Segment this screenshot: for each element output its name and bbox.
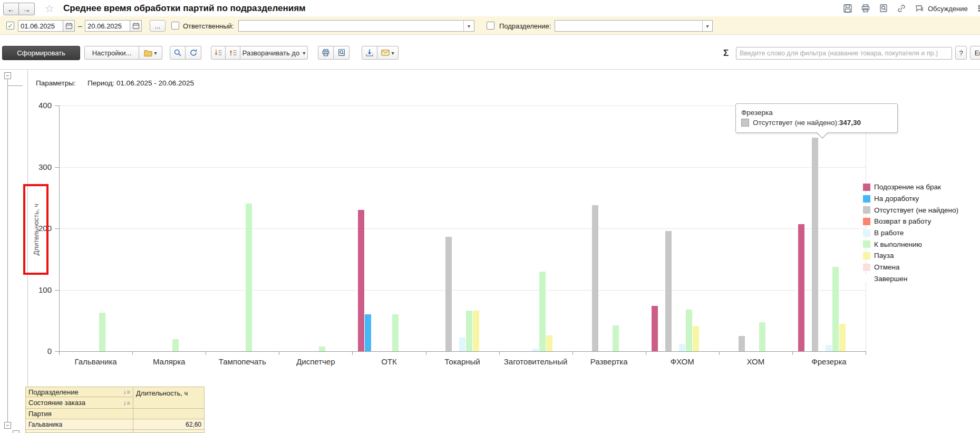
- bar[interactable]: [319, 347, 325, 351]
- legend-swatch: [863, 252, 870, 259]
- x-category-label: Фрезерка: [792, 357, 866, 366]
- legend-swatch: [863, 240, 870, 248]
- bar[interactable]: [693, 326, 699, 351]
- bar[interactable]: [826, 345, 832, 351]
- sort-icon[interactable]: ↓: [123, 399, 127, 407]
- bar[interactable]: [246, 204, 252, 351]
- legend-swatch: [863, 184, 870, 191]
- x-category-label: Диспетчер: [279, 357, 352, 366]
- legend-swatch: [863, 195, 870, 203]
- legend-swatch: [863, 275, 870, 282]
- bar[interactable]: [739, 336, 745, 351]
- bar[interactable]: [473, 311, 479, 351]
- table-header-batch[interactable]: Партия: [25, 409, 133, 419]
- bar[interactable]: [832, 267, 839, 351]
- x-axis-tick: [573, 351, 573, 355]
- legend-item: На доработку: [863, 193, 958, 205]
- legend-item: Завершен: [863, 273, 958, 285]
- bar[interactable]: [679, 344, 685, 351]
- sort-lines-icon: ≡: [127, 389, 130, 395]
- table-header-label: Длительность, ч: [136, 389, 188, 397]
- table-header-duration[interactable]: Длительность, ч: [133, 387, 205, 409]
- legend-swatch: [863, 206, 870, 214]
- gridline: [59, 290, 866, 291]
- legend-label: Пауза: [874, 252, 894, 259]
- bar[interactable]: [665, 231, 672, 351]
- x-axis-tick: [59, 351, 60, 355]
- bar[interactable]: [466, 311, 472, 351]
- tooltip-caret: [817, 132, 828, 138]
- x-axis-tick: [206, 351, 206, 355]
- bar[interactable]: [532, 349, 539, 351]
- tooltip-category: Фрезерка: [741, 108, 892, 118]
- table-header-department[interactable]: Подразделение ↓≡: [25, 387, 133, 397]
- x-axis-tick: [279, 351, 279, 355]
- bar[interactable]: [365, 314, 371, 351]
- table-header-label: Подразделение: [28, 388, 123, 396]
- y-axis-tick-label: 300: [27, 162, 52, 171]
- legend-label: Отсутствует (не найдено): [874, 206, 958, 214]
- y-axis-tick: [55, 167, 59, 168]
- bar[interactable]: [392, 314, 399, 351]
- y-axis-tick-label: 400: [27, 101, 52, 110]
- bar[interactable]: [546, 335, 552, 351]
- legend-label: К выполнению: [874, 240, 922, 248]
- table-header-label: Партия: [28, 410, 130, 418]
- legend-item: Отмена: [863, 262, 958, 273]
- sort-lines-icon: ≡: [127, 400, 130, 406]
- y-axis-tick: [55, 228, 59, 229]
- bar[interactable]: [798, 224, 804, 351]
- x-category-label: ОТК: [352, 357, 425, 366]
- y-axis-line: [59, 105, 60, 351]
- sort-icon[interactable]: ↓: [123, 388, 127, 396]
- bar[interactable]: [99, 313, 105, 351]
- legend-item: Пауза: [863, 250, 958, 262]
- legend-item: Возврат в работу: [863, 216, 958, 227]
- x-category-label: Малярка: [132, 357, 206, 366]
- legend-item: К выполнению: [863, 238, 958, 250]
- x-axis-tick: [646, 351, 646, 355]
- bar[interactable]: [445, 237, 452, 351]
- table-row-partial: [25, 430, 133, 433]
- chart-tooltip: Фрезерка Отсутствует (не найдено): 347,3…: [735, 103, 898, 133]
- legend-swatch: [863, 264, 870, 271]
- x-axis-tick: [792, 351, 793, 355]
- bar[interactable]: [686, 310, 692, 351]
- bar[interactable]: [652, 306, 658, 351]
- y-axis-tick: [55, 290, 59, 291]
- y-axis-title-text: Длительность, ч: [32, 204, 40, 255]
- table-row-name[interactable]: Гальваника: [25, 419, 133, 430]
- bar[interactable]: [358, 210, 364, 351]
- table-header-label: Состояние заказа: [28, 399, 123, 407]
- table-cell-label: Гальваника: [28, 421, 62, 428]
- x-category-label: Гальваника: [59, 357, 132, 366]
- x-category-label: Токарный: [426, 357, 499, 366]
- bar[interactable]: [613, 325, 619, 351]
- chart-legend: Подозрение на бракНа доработкуОтсутствуе…: [863, 181, 958, 284]
- x-category-label: Развертка: [573, 357, 646, 366]
- y-axis-tick: [55, 351, 59, 352]
- legend-item: В работе: [863, 227, 958, 239]
- x-axis-tick: [132, 351, 133, 355]
- bar[interactable]: [539, 272, 546, 352]
- y-axis-tick: [55, 105, 59, 106]
- x-axis-tick: [499, 351, 500, 355]
- legend-label: Отмена: [874, 263, 899, 271]
- bar[interactable]: [459, 338, 465, 351]
- table-row-value[interactable]: 62,60: [133, 419, 205, 430]
- bar[interactable]: [592, 205, 598, 351]
- table-header-order-state[interactable]: Состояние заказа ↓≡: [25, 397, 133, 409]
- bar[interactable]: [839, 324, 846, 351]
- bar[interactable]: [812, 138, 818, 351]
- legend-label: На доработку: [874, 195, 919, 203]
- x-category-label: Тампопечать: [206, 357, 279, 366]
- legend-item: Подозрение на брак: [863, 181, 958, 193]
- legend-swatch: [863, 229, 870, 237]
- bar[interactable]: [759, 322, 765, 351]
- x-category-label: Заготовительный: [499, 357, 573, 366]
- tooltip-value: 347,30: [839, 118, 861, 128]
- legend-label: В работе: [874, 229, 904, 237]
- bar[interactable]: [172, 339, 179, 351]
- y-axis-tick-label: 100: [27, 285, 52, 294]
- x-axis-line: [59, 351, 866, 352]
